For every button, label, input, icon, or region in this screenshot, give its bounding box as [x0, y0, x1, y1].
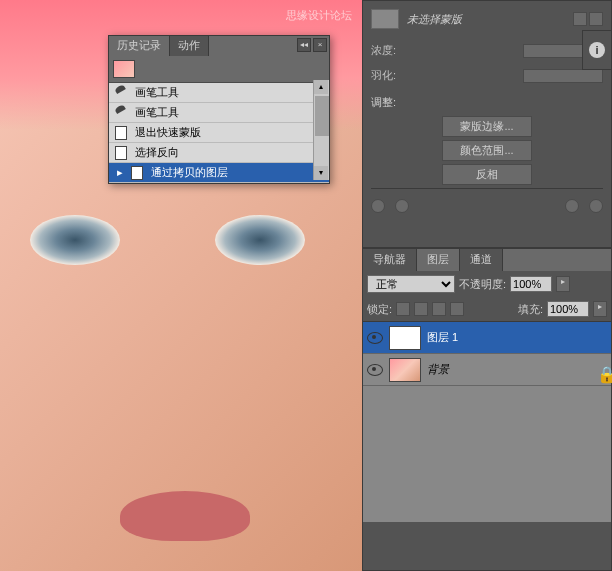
layer-item[interactable]: 背景 🔒: [363, 354, 611, 386]
tab-actions[interactable]: 动作: [170, 36, 209, 56]
lock-label: 锁定:: [367, 302, 392, 317]
brush-icon: [115, 86, 129, 100]
info-icon: i: [589, 42, 605, 58]
document-icon: [115, 146, 129, 160]
adjust-label: 调整:: [371, 95, 603, 110]
visibility-icon[interactable]: [367, 332, 383, 344]
mask-delete-icon[interactable]: [589, 199, 603, 213]
feather-slider[interactable]: [523, 69, 603, 83]
lock-transparent-icon[interactable]: [396, 302, 410, 316]
lock-icon: 🔒: [597, 365, 607, 375]
pixel-mask-icon[interactable]: [573, 12, 587, 26]
history-item[interactable]: 画笔工具: [109, 83, 329, 103]
density-label: 浓度:: [371, 43, 396, 58]
history-snapshot[interactable]: [109, 56, 329, 83]
info-panel-collapsed[interactable]: i: [582, 30, 612, 70]
layer-item[interactable]: 图层 1: [363, 322, 611, 354]
opacity-label: 不透明度:: [459, 277, 506, 292]
right-panel-group: 未选择蒙版 浓度: 羽化: 调整: 蒙版边缘... 颜色范围... 反相 i: [362, 0, 612, 571]
mask-status: 未选择蒙版: [407, 12, 462, 27]
watermark-text: 思缘设计论坛: [286, 8, 352, 23]
scroll-thumb[interactable]: [315, 96, 329, 136]
brush-icon: [115, 106, 129, 120]
layer-name[interactable]: 背景: [427, 362, 449, 377]
fill-label: 填充:: [518, 302, 543, 317]
tab-channels[interactable]: 通道: [460, 249, 503, 271]
tab-history[interactable]: 历史记录: [109, 36, 170, 56]
opacity-input[interactable]: [510, 276, 552, 292]
history-label: 画笔工具: [135, 85, 179, 100]
scroll-down-arrow[interactable]: ▾: [314, 166, 328, 180]
history-label: 选择反向: [135, 145, 179, 160]
history-item[interactable]: ▸ 通过拷贝的图层 ▾: [109, 163, 329, 183]
document-icon: [115, 126, 129, 140]
history-list: 画笔工具 画笔工具 退出快速蒙版 选择反向 ▸ 通过拷贝的图层 ▾: [109, 83, 329, 183]
panel-close-icon[interactable]: ×: [313, 38, 327, 52]
current-state-marker: ▸: [115, 166, 125, 179]
feather-label: 羽化:: [371, 68, 396, 83]
color-range-button[interactable]: 颜色范围...: [442, 140, 532, 161]
layer-list: 图层 1 背景 🔒: [363, 322, 611, 522]
mask-footer-icon[interactable]: [565, 199, 579, 213]
layer-thumbnail[interactable]: [389, 358, 421, 382]
invert-button[interactable]: 反相: [442, 164, 532, 185]
history-label: 画笔工具: [135, 105, 179, 120]
scroll-up-arrow[interactable]: ▴: [314, 80, 328, 94]
vector-mask-icon[interactable]: [589, 12, 603, 26]
snapshot-thumbnail: [113, 60, 135, 78]
history-item[interactable]: 选择反向: [109, 143, 329, 163]
history-panel: 历史记录 动作 ◂◂ × 画笔工具 画笔工具 退出快速蒙版 选择反向 ▸ 通过拷…: [108, 35, 330, 184]
image-eye: [215, 215, 305, 265]
history-label: 通过拷贝的图层: [151, 165, 228, 180]
history-label: 退出快速蒙版: [135, 125, 201, 140]
fill-arrow[interactable]: ▸: [593, 301, 607, 317]
layer-thumbnail[interactable]: [389, 326, 421, 350]
image-lips: [120, 491, 250, 541]
image-eye: [30, 215, 120, 265]
mask-edge-button[interactable]: 蒙版边缘...: [442, 116, 532, 137]
blend-mode-dropdown[interactable]: 正常: [367, 275, 455, 293]
visibility-icon[interactable]: [367, 364, 383, 376]
fill-input[interactable]: [547, 301, 589, 317]
mask-footer-icon[interactable]: [371, 199, 385, 213]
mask-footer-icon[interactable]: [395, 199, 409, 213]
tab-layers[interactable]: 图层: [417, 249, 460, 271]
lock-pixels-icon[interactable]: [414, 302, 428, 316]
panel-minimize-icon[interactable]: ◂◂: [297, 38, 311, 52]
tab-navigator[interactable]: 导航器: [363, 249, 417, 271]
layer-name[interactable]: 图层 1: [427, 330, 458, 345]
lock-all-icon[interactable]: [450, 302, 464, 316]
document-icon: [131, 166, 145, 180]
layers-panel: 导航器 图层 通道 正常 不透明度: ▸ 锁定: 填充: ▸: [362, 248, 612, 571]
history-item[interactable]: 退出快速蒙版: [109, 123, 329, 143]
masks-panel: 未选择蒙版 浓度: 羽化: 调整: 蒙版边缘... 颜色范围... 反相: [362, 0, 612, 248]
opacity-arrow[interactable]: ▸: [556, 276, 570, 292]
scrollbar[interactable]: ▴ ▾: [313, 80, 329, 180]
history-item[interactable]: 画笔工具: [109, 103, 329, 123]
lock-position-icon[interactable]: [432, 302, 446, 316]
mask-thumbnail[interactable]: [371, 9, 399, 29]
